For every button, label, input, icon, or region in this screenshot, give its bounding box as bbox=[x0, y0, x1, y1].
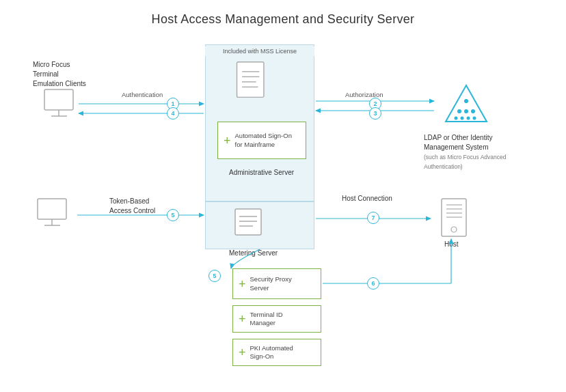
step-5b-circle: 5 bbox=[208, 270, 221, 282]
svg-point-18 bbox=[464, 109, 468, 113]
metering-server-label: Metering Server bbox=[229, 249, 278, 257]
svg-point-20 bbox=[455, 117, 458, 120]
step-4-circle: 4 bbox=[167, 107, 179, 120]
pki-text: PKI AutomatedSign-On bbox=[250, 344, 293, 361]
mss-document-icon bbox=[232, 60, 273, 111]
step-5-circle: 5 bbox=[167, 209, 179, 221]
svg-rect-12 bbox=[38, 199, 66, 219]
admin-server-label: Administrative Server bbox=[229, 168, 294, 178]
svg-rect-5 bbox=[235, 209, 261, 235]
monitor-icon-1 bbox=[41, 87, 82, 123]
monitor-icon-2 bbox=[34, 197, 75, 232]
step-7-circle: 7 bbox=[367, 212, 379, 224]
terminal-id-box: + Terminal IDManager bbox=[232, 305, 321, 333]
host-connection-label: Host Connection bbox=[342, 195, 392, 202]
svg-rect-9 bbox=[44, 89, 73, 110]
security-proxy-box: + Security ProxyServer bbox=[232, 268, 321, 299]
token-access-label: Token-BasedAccess Control bbox=[109, 197, 155, 216]
svg-rect-0 bbox=[237, 62, 264, 98]
ldap-label: LDAP or Other IdentityManagement System(… bbox=[424, 133, 533, 171]
aso-plus-icon: + bbox=[224, 135, 231, 147]
pki-box: + PKI AutomatedSign-On bbox=[232, 339, 321, 366]
svg-marker-15 bbox=[446, 85, 487, 122]
security-proxy-plus-icon: + bbox=[239, 278, 246, 290]
terminal-id-plus-icon: + bbox=[239, 313, 246, 325]
mss-license-label: Included with MSS License bbox=[205, 46, 314, 56]
security-proxy-text: Security ProxyServer bbox=[250, 275, 292, 292]
svg-point-22 bbox=[467, 117, 470, 120]
svg-point-23 bbox=[473, 117, 476, 120]
svg-text:Authorization: Authorization bbox=[345, 91, 383, 98]
aso-text: Automated Sign-Onfor Mainframe bbox=[235, 132, 292, 149]
aso-box: + Automated Sign-Onfor Mainframe bbox=[217, 122, 306, 159]
svg-point-17 bbox=[457, 109, 461, 113]
ldap-triangle-icon bbox=[444, 82, 489, 131]
page-title: Host Access Management and Security Serv… bbox=[0, 0, 566, 27]
host-label: Host bbox=[444, 240, 459, 248]
svg-point-21 bbox=[461, 117, 464, 120]
step-3-circle: 3 bbox=[369, 107, 381, 120]
pki-plus-icon: + bbox=[239, 346, 246, 359]
terminal-emulation-label: Micro Focus TerminalEmulation Clients bbox=[33, 60, 94, 89]
svg-text:Authentication: Authentication bbox=[122, 91, 163, 98]
host-server-icon bbox=[436, 197, 474, 242]
metering-doc-icon bbox=[232, 207, 270, 236]
step-6-circle: 6 bbox=[367, 277, 379, 290]
terminal-id-text: Terminal IDManager bbox=[250, 311, 283, 328]
svg-point-19 bbox=[471, 109, 475, 113]
svg-point-16 bbox=[464, 99, 468, 103]
